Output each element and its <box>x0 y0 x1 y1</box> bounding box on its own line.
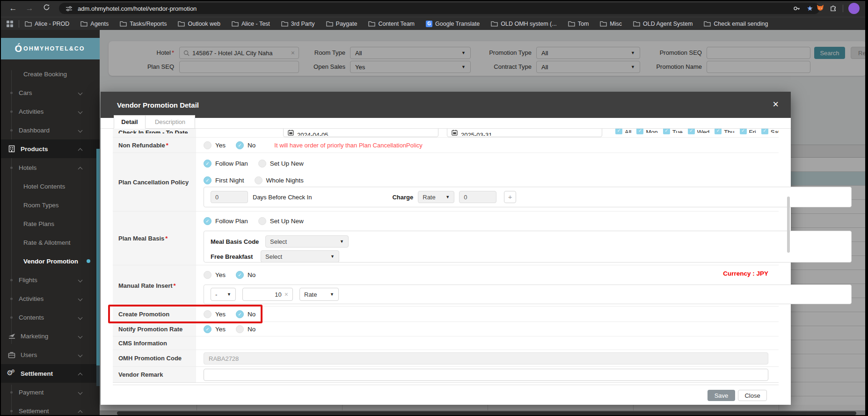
clear-icon[interactable]: × <box>284 291 288 298</box>
tab-description[interactable]: Description <box>146 115 195 129</box>
weekday-all[interactable]: ✓All <box>615 129 631 134</box>
sidebar-item-flights[interactable]: Flights <box>0 270 100 289</box>
manual-rate-no-radio[interactable]: ✓ <box>236 271 244 279</box>
weekday-tue[interactable]: ✓Tue <box>663 129 683 134</box>
charge-type-select[interactable]: Rate▼ <box>418 191 454 203</box>
sidebar-item-activities[interactable]: Activities <box>0 102 100 121</box>
site-settings-icon[interactable] <box>65 4 73 13</box>
checkin-from-input[interactable]: 2024-04-05 <box>283 129 438 137</box>
weekday-sat[interactable]: ✓Sat <box>761 129 779 134</box>
close-button[interactable]: Close <box>738 390 767 401</box>
sidebar-item-products[interactable]: Products <box>0 139 100 158</box>
bookmark-item[interactable]: 3rd Party <box>281 21 315 27</box>
bookmark-item[interactable]: Paygate <box>326 21 357 27</box>
sidebar-item-create-booking[interactable]: Create Booking <box>0 65 100 83</box>
apps-grid-icon[interactable] <box>7 21 13 27</box>
forward-icon[interactable]: → <box>24 3 35 14</box>
create-promotion-yes-radio[interactable] <box>204 310 212 318</box>
vendor-remark-input[interactable] <box>204 369 768 381</box>
meal-set-up-new-radio[interactable] <box>258 217 266 225</box>
bookmark-item[interactable]: Tom <box>568 21 589 27</box>
modal-scrollbar-thumb[interactable] <box>787 197 790 253</box>
active-page-dot <box>87 259 90 263</box>
create-promotion-no-radio[interactable]: ✓ <box>236 310 244 318</box>
weekday-thu[interactable]: ✓Thu <box>715 129 734 134</box>
manual-rate-yes-radio[interactable] <box>204 271 212 279</box>
sidebar-item-rate-allotment[interactable]: Rate & Allotment <box>0 233 100 252</box>
bookmark-item[interactable]: OLD Agent System <box>633 21 693 27</box>
sidebar-item-vendor-promotion[interactable]: Vendor Promotion <box>0 252 100 270</box>
sidebar-item-activities[interactable]: Activities <box>0 289 100 308</box>
free-breakfast-select[interactable]: Select▼ <box>261 250 339 263</box>
sidebar-item-room-types[interactable]: Room Types <box>0 196 100 214</box>
bookmark-item[interactable]: OLD OMH system (... <box>491 21 556 27</box>
checkin-to-input[interactable]: 2025-03-31 <box>447 129 602 137</box>
bookmark-item[interactable]: Tasks/Reports <box>120 21 167 27</box>
sidebar-item-dashboard[interactable]: Dashboard <box>0 121 100 139</box>
checkbox-checked-icon[interactable]: ✓ <box>740 129 747 134</box>
days-before-input[interactable]: 0 <box>211 191 248 203</box>
sidebar-item-rate-plans[interactable]: Rate Plans <box>0 214 100 233</box>
non-refundable-no-radio[interactable]: ✓ <box>236 141 244 149</box>
sidebar-item-settlement[interactable]: ⚙⚙Settlement <box>0 364 100 383</box>
sidebar-item-payment[interactable]: Payment <box>0 383 100 401</box>
profile-avatar[interactable] <box>848 3 860 14</box>
back-icon[interactable]: ← <box>8 3 18 14</box>
notify-rate-no-radio[interactable] <box>236 325 244 333</box>
meal-follow-plan-radio[interactable]: ✓ <box>204 217 212 225</box>
no-label: No <box>248 326 255 333</box>
address-bar[interactable]: adm.ohmyhotel.com/hotel/vendor-promotion… <box>59 3 820 14</box>
checkbox-checked-icon[interactable]: ✓ <box>615 129 622 134</box>
bookmark-item[interactable]: Agents <box>80 21 109 27</box>
password-key-icon[interactable] <box>793 4 801 13</box>
bookmark-label: Tom <box>578 21 589 27</box>
bookmark-item[interactable]: Outlook web <box>178 21 220 27</box>
cancellation-set-up-new-radio[interactable] <box>258 160 266 168</box>
rate-amount-input[interactable]: 10× <box>242 288 293 301</box>
bookmark-label: Paygate <box>336 21 357 27</box>
bookmark-item[interactable]: Check email sending <box>704 21 768 27</box>
caret-down-icon: ▼ <box>340 239 344 244</box>
extensions-puzzle-icon[interactable] <box>830 4 838 14</box>
checkbox-checked-icon[interactable]: ✓ <box>688 129 695 134</box>
sidebar-item-settlement[interactable]: Settlement <box>0 401 100 416</box>
checkbox-checked-icon[interactable]: ✓ <box>663 129 670 134</box>
sidebar-item-marketing[interactable]: Marketing <box>0 327 100 345</box>
folder-icon <box>368 21 375 27</box>
rate-type-select[interactable]: Rate▼ <box>299 288 339 301</box>
checkbox-checked-icon[interactable]: ✓ <box>761 129 768 134</box>
sidebar-item-hotel-contents[interactable]: Hotel Contents <box>0 177 100 196</box>
add-policy-button[interactable]: + <box>504 191 516 203</box>
bookmark-item[interactable]: Content Team <box>368 21 415 27</box>
bookmark-item[interactable]: GGoogle Translate <box>426 21 480 27</box>
app-logo[interactable]: Ó OHMYHOTEL&CO <box>0 38 100 59</box>
bookmark-star-icon[interactable]: ★ <box>806 4 814 13</box>
whole-nights-radio[interactable] <box>255 176 263 184</box>
fox-extension-icon[interactable] <box>816 3 824 14</box>
rate-operator-select[interactable]: -▼ <box>211 288 236 301</box>
non-refundable-yes-radio[interactable] <box>204 141 212 149</box>
reload-icon[interactable] <box>41 3 51 14</box>
notify-rate-yes-radio[interactable]: ✓ <box>204 325 212 333</box>
sidebar-item-cars[interactable]: Cars <box>0 83 100 102</box>
weekday-wed[interactable]: ✓Wed <box>688 129 710 134</box>
cancellation-follow-plan-radio[interactable]: ✓ <box>204 160 212 168</box>
checkbox-checked-icon[interactable]: ✓ <box>715 129 722 134</box>
weekday-mon[interactable]: ✓Mon <box>636 129 657 134</box>
tab-detail[interactable]: Detail <box>114 115 146 129</box>
sidebar-item-hotels[interactable]: Hotels <box>0 158 100 177</box>
bookmark-item[interactable]: Alice - Test <box>232 21 270 27</box>
bookmark-item[interactable]: Alice - PROD <box>25 21 69 27</box>
sidebar-item-contents[interactable]: Contents <box>0 308 100 327</box>
sidebar-item-users[interactable]: Users <box>0 345 100 364</box>
bookmark-item[interactable]: Misc <box>600 21 622 27</box>
close-icon[interactable]: × <box>773 99 779 109</box>
save-button[interactable]: Save <box>708 390 735 401</box>
checkbox-checked-icon[interactable]: ✓ <box>636 129 643 134</box>
charge-value-input[interactable]: 0 <box>459 191 496 203</box>
sidebar-scrollbar-thumb[interactable] <box>96 149 100 365</box>
weekday-fri[interactable]: ✓Fri <box>740 129 756 134</box>
first-night-radio[interactable]: ✓ <box>204 176 212 184</box>
meal-basis-code-select[interactable]: Select▼ <box>265 235 349 248</box>
omh-code-input[interactable]: RABA2728 <box>204 352 768 365</box>
